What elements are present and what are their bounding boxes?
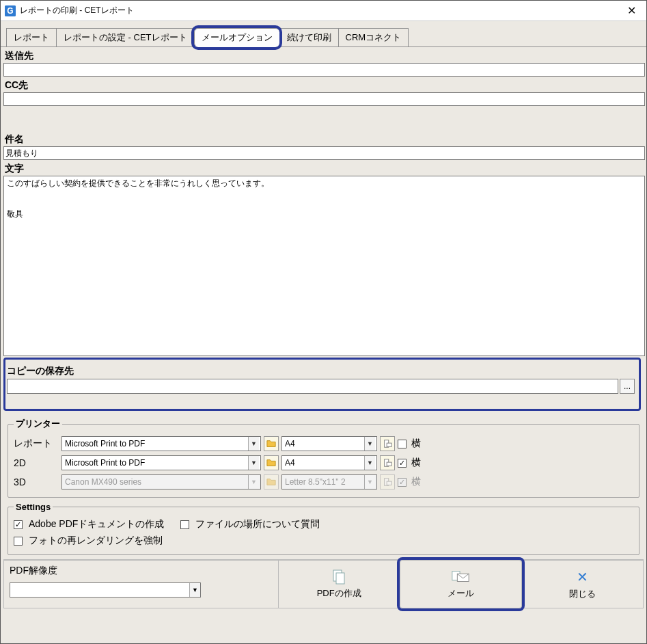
force-rerender-label: フォトの再レンダリングを強制: [29, 535, 163, 547]
landscape-checkbox-2d[interactable]: [398, 459, 407, 468]
printer-select-2d-value: Microsoft Print to PDF: [65, 458, 145, 468]
orientation-button-3d: [380, 474, 395, 489]
ask-location-label: ファイルの場所について質問: [195, 518, 320, 531]
folder-icon: [266, 439, 276, 448]
create-pdf-button[interactable]: PDFの作成: [278, 560, 400, 608]
tab-report-settings[interactable]: レポートの設定 - CETレポート: [56, 28, 194, 46]
chevron-down-icon: ▼: [248, 437, 259, 451]
printer-row-report: レポート Microsoft Print to PDF ▼ A4 ▼ 横: [14, 434, 633, 453]
printer-select-2d[interactable]: Microsoft Print to PDF ▼: [61, 455, 261, 470]
printer-select-report[interactable]: Microsoft Print to PDF ▼: [61, 436, 261, 451]
mail-button[interactable]: メール: [400, 560, 521, 608]
landscape-label-2d: 横: [411, 457, 421, 469]
chevron-down-icon: ▼: [248, 456, 259, 470]
browse-button[interactable]: ...: [620, 379, 635, 394]
chevron-down-icon: ▼: [364, 437, 375, 451]
body-textarea[interactable]: [3, 176, 645, 356]
close-label: 閉じる: [569, 588, 596, 600]
page-icon: [383, 439, 392, 448]
pagesize-select-2d-value: A4: [285, 458, 295, 468]
close-button[interactable]: ✕ 閉じる: [522, 560, 644, 608]
settings-group: Settings Adobe PDFドキュメントの作成 ファイルの場所について質…: [8, 502, 639, 555]
page-icon: [383, 477, 392, 487]
printer-row-report-label: レポート: [14, 438, 59, 450]
tabstrip: レポート レポートの設定 - CETレポート メールオプション 続けて印刷 CR…: [1, 21, 646, 46]
printer-settings-2d-button[interactable]: [264, 455, 279, 470]
printer-row-3d-label: 3D: [14, 477, 59, 487]
tab-continue-print[interactable]: 続けて印刷: [279, 28, 338, 46]
close-icon: ✕: [577, 569, 588, 585]
tab-report[interactable]: レポート: [6, 28, 56, 46]
copy-path-input[interactable]: [7, 379, 618, 394]
folder-icon: [266, 458, 276, 468]
tab-mail-options[interactable]: メールオプション: [194, 28, 279, 47]
copy-save-region: コピーの保存先 ...: [3, 358, 641, 411]
subject-input[interactable]: [3, 146, 645, 160]
svg-rect-3: [387, 443, 391, 446]
ask-location-checkbox[interactable]: [180, 520, 189, 529]
pagesize-select-report-value: A4: [285, 439, 295, 448]
cc-input[interactable]: [3, 92, 645, 106]
printer-row-2d-label: 2D: [14, 457, 59, 468]
titlebar: G レポートの印刷 - CETレポート ✕: [1, 1, 646, 21]
to-input[interactable]: [3, 63, 645, 77]
chevron-down-icon: ▼: [248, 475, 259, 489]
chevron-down-icon: ▼: [189, 583, 200, 597]
chevron-down-icon: ▼: [364, 475, 375, 489]
printer-settings-3d-button: [264, 474, 279, 489]
printer-select-3d-value: Canon MX490 series: [65, 477, 141, 487]
printer-settings-report-button[interactable]: [264, 436, 279, 451]
landscape-checkbox-3d: [398, 478, 407, 487]
svg-rect-9: [336, 573, 344, 584]
printer-legend: プリンター: [14, 418, 62, 430]
tab-crm-connect[interactable]: CRMコネクト: [338, 28, 409, 46]
body-label: 文字: [1, 160, 646, 175]
svg-rect-5: [387, 462, 391, 466]
force-rerender-checkbox[interactable]: [14, 537, 23, 546]
mail-icon: [451, 569, 470, 585]
settings-legend: Settings: [14, 502, 53, 512]
adobe-pdf-label: Adobe PDFドキュメントの作成: [29, 518, 164, 531]
pagesize-select-2d[interactable]: A4 ▼: [281, 455, 377, 470]
svg-text:G: G: [7, 6, 13, 16]
create-pdf-label: PDFの作成: [317, 587, 361, 600]
window-close-button[interactable]: ✕: [616, 1, 646, 21]
landscape-label-report: 横: [411, 438, 421, 450]
bottom-row: PDF解像度 ▼ PDFの作成 メール: [3, 559, 644, 608]
mail-label: メール: [448, 587, 474, 600]
chevron-down-icon: ▼: [364, 456, 375, 470]
window-title: レポートの印刷 - CETレポート: [20, 5, 616, 16]
printer-select-report-value: Microsoft Print to PDF: [65, 439, 145, 448]
app-icon: G: [5, 5, 16, 16]
orientation-button-report[interactable]: [380, 436, 395, 451]
landscape-label-3d: 横: [411, 476, 421, 488]
page-icon: [383, 458, 392, 468]
pdf-resolution-select[interactable]: ▼: [10, 582, 201, 598]
pdf-resolution-panel: PDF解像度 ▼: [3, 560, 278, 608]
printer-select-3d: Canon MX490 series ▼: [61, 474, 261, 489]
printer-row-2d: 2D Microsoft Print to PDF ▼ A4 ▼ 横: [14, 453, 633, 472]
pagesize-select-report[interactable]: A4 ▼: [281, 436, 377, 451]
to-label: 送信先: [1, 47, 646, 62]
adobe-pdf-checkbox[interactable]: [14, 520, 23, 529]
pagesize-select-3d: Letter 8.5"x11" 2 ▼: [281, 474, 377, 489]
subject-label: 件名: [1, 131, 646, 146]
pdf-resolution-label: PDF解像度: [10, 565, 273, 577]
pdf-icon: [329, 569, 348, 585]
orientation-button-2d[interactable]: [380, 455, 395, 470]
landscape-checkbox-report[interactable]: [398, 440, 407, 448]
copy-save-label: コピーの保存先: [7, 362, 635, 377]
svg-rect-7: [387, 481, 391, 485]
printer-group: プリンター レポート Microsoft Print to PDF ▼ A4 ▼: [8, 418, 639, 498]
printer-row-3d: 3D Canon MX490 series ▼ Letter 8.5"x11" …: [14, 472, 633, 492]
cc-label: CC先: [1, 77, 646, 92]
pagesize-select-3d-value: Letter 8.5"x11" 2: [285, 477, 346, 487]
folder-icon: [266, 477, 276, 487]
